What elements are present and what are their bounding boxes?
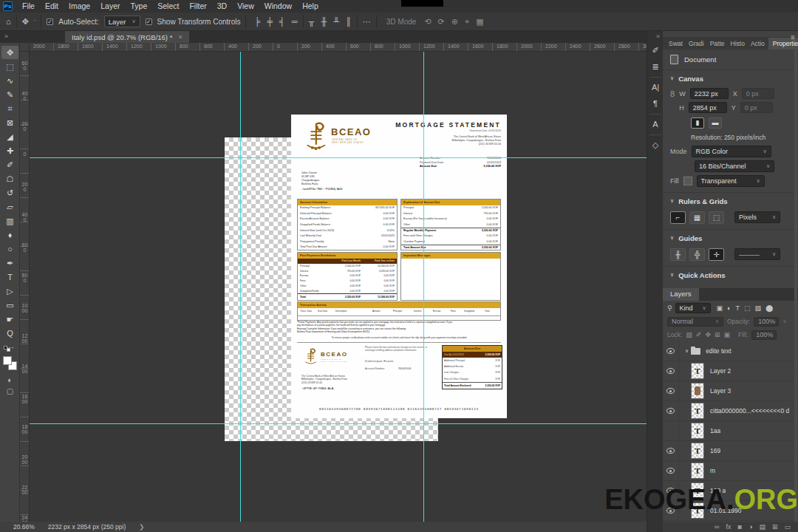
gradient-tool[interactable]: ▥ [1, 214, 18, 228]
canvas-x-input[interactable]: 0 px [742, 88, 774, 99]
frame-tool[interactable]: ⊠ [1, 116, 18, 129]
layer-row[interactable]: Layer 3 [663, 381, 798, 401]
layer-row[interactable]: T1aa [663, 421, 798, 441]
layer-filter-icon[interactable]: ▣ [717, 304, 723, 312]
dodge-tool[interactable]: ○ [1, 242, 18, 256]
guides-toggle-icon[interactable]: ╫ [670, 248, 686, 261]
distribute-icon[interactable]: ╨ [333, 17, 339, 26]
menu-file[interactable]: File [17, 0, 40, 13]
home-icon[interactable]: ⌂ [6, 17, 11, 26]
layer-filter-icon[interactable]: ⬚ [744, 304, 751, 312]
menu-filter[interactable]: Filter [184, 0, 211, 13]
guides-section-header[interactable]: ∨Guides [663, 230, 798, 246]
lock-icon[interactable]: ✐ [696, 331, 702, 338]
eyedropper-tool[interactable]: ◢ [1, 130, 18, 143]
layer-visibility-cell[interactable] [663, 401, 679, 421]
canvas-width-input[interactable]: 2232 px [690, 88, 729, 99]
opacity-input[interactable]: 100% [754, 317, 779, 327]
portrait-orientation-button[interactable]: ▮ [691, 117, 704, 129]
new-adjustment-layer-icon[interactable]: ◑ [748, 523, 752, 531]
panel-tab-actio[interactable]: Actio [748, 38, 767, 49]
horizontal-guide[interactable] [30, 157, 647, 158]
delete-layer-icon[interactable]: ▭ [784, 523, 791, 531]
layer-thumbnail[interactable]: T [691, 363, 704, 379]
panel-tab-swat[interactable]: Swat [666, 38, 685, 49]
pen-tool[interactable]: ✒ [1, 256, 18, 270]
distribute-icon[interactable]: ╫ [321, 17, 327, 26]
layer-visibility-cell[interactable] [663, 461, 679, 481]
menu-view[interactable]: View [232, 0, 259, 13]
crop-tool[interactable]: ⌗ [1, 102, 18, 115]
layer-mask-icon[interactable]: ◙ [738, 523, 742, 531]
hand-tool[interactable]: ☛ [1, 313, 18, 326]
ruler-corner[interactable] [20, 43, 30, 52]
menu-3d[interactable]: 3D [212, 0, 232, 13]
panel-scrollbar[interactable] [794, 50, 797, 522]
layer-visibility-cell[interactable] [663, 341, 679, 361]
brush-tool[interactable]: ✐ [1, 158, 18, 171]
expand-panels-icon[interactable]: » [656, 33, 660, 40]
foreground-color-swatch[interactable] [3, 356, 12, 365]
distribute-icon[interactable]: ║ [346, 17, 352, 26]
guides-toggle-icon[interactable]: ✛ [709, 248, 724, 261]
lock-icon[interactable]: ▣ [723, 331, 730, 338]
layer-row[interactable]: Tm [663, 461, 798, 481]
type-tool[interactable]: T [1, 270, 18, 284]
link-layers-icon[interactable]: ∞ [715, 523, 719, 531]
quick-mask-icon[interactable]: ◐ [0, 375, 20, 384]
bit-depth-dropdown[interactable]: 16 Bits/Channel∨ [695, 160, 774, 172]
align-icon[interactable]: ╞ [254, 17, 260, 26]
status-chevron-icon[interactable]: ❯ [139, 523, 144, 531]
align-icon[interactable]: ═ [292, 17, 298, 26]
blur-tool[interactable]: ♦ [1, 228, 18, 242]
blend-mode-dropdown[interactable]: Normal∨ [667, 317, 723, 327]
eye-icon[interactable] [666, 448, 675, 454]
rulers-grids-toggle-icon[interactable]: ⬚ [709, 211, 724, 224]
mortgage-statement-document[interactable]: BCEAO CENTRAL BANK OF WEST AFRICAN STATE… [291, 115, 507, 418]
align-icon[interactable]: ╪ [267, 17, 273, 26]
lasso-tool[interactable]: ∿ [1, 74, 18, 87]
layer-visibility-cell[interactable] [663, 361, 679, 381]
eraser-tool[interactable]: ▱ [1, 200, 18, 214]
menu-image[interactable]: Image [64, 0, 95, 13]
vertical-guide[interactable] [423, 52, 424, 522]
layer-thumbnail[interactable]: T [691, 443, 704, 459]
menu-edit[interactable]: Edit [40, 0, 64, 13]
vertical-guide[interactable] [240, 52, 241, 522]
layer-visibility-cell[interactable] [663, 381, 679, 401]
menu-window[interactable]: Window [259, 0, 297, 13]
rulers-grids-toggle-icon[interactable]: ⌐ [670, 211, 686, 224]
menu-select[interactable]: Select [152, 0, 184, 13]
clone-stamp-tool[interactable]: ☖ [1, 172, 18, 185]
layer-row[interactable]: ∨edite text [663, 341, 798, 361]
zoom-level-field[interactable]: 20.66% [13, 523, 35, 531]
distribute-icon[interactable]: ╥ [309, 17, 315, 26]
eye-icon[interactable] [666, 388, 675, 394]
layer-effects-icon[interactable]: fx [726, 523, 732, 531]
panel-menu-icon[interactable]: ≡ [791, 33, 795, 41]
healing-brush-tool[interactable]: ✚ [1, 144, 18, 157]
rulers-grids-toggle-icon[interactable]: ▦ [689, 211, 705, 224]
path-selection-tool[interactable]: ▷ [1, 284, 18, 298]
zoom-tool[interactable]: Q [1, 327, 18, 340]
marquee-tool[interactable]: ⬚ [1, 60, 18, 73]
fill-swatch[interactable] [683, 177, 692, 185]
layer-filter-icon[interactable]: ◐ [727, 304, 731, 312]
panel-tab-histo[interactable]: Histo [729, 38, 747, 49]
paragraph-panel-icon[interactable]: ¶ [647, 99, 664, 108]
horizontal-guide[interactable] [30, 423, 647, 424]
document-tab[interactable]: Italy id.psd @ 20.7% (RGB/16) * × [65, 31, 189, 43]
brushes-panel-icon[interactable]: ✐ [647, 46, 664, 55]
new-layer-icon[interactable]: ⊞ [772, 523, 778, 531]
menu-layer[interactable]: Layer [95, 0, 125, 13]
panel-tab-patte[interactable]: Patte [708, 38, 727, 49]
edit-toolbar-icon[interactable]: ⋯ [1, 341, 18, 354]
auto-select-checkbox[interactable]: ✓ [47, 18, 53, 25]
layer-row[interactable]: TLayer 2 [663, 361, 798, 381]
photoshop-app-icon[interactable]: Ps [3, 1, 13, 11]
layer-thumbnail[interactable] [691, 383, 704, 399]
chevron-down-icon[interactable]: ˇ [34, 19, 35, 24]
horizontal-ruler[interactable]: 2000180016001400120010008006004002000200… [30, 43, 647, 52]
show-transform-checkbox[interactable]: ✓ [146, 18, 152, 25]
quick-selection-tool[interactable]: ✎ [1, 88, 18, 101]
